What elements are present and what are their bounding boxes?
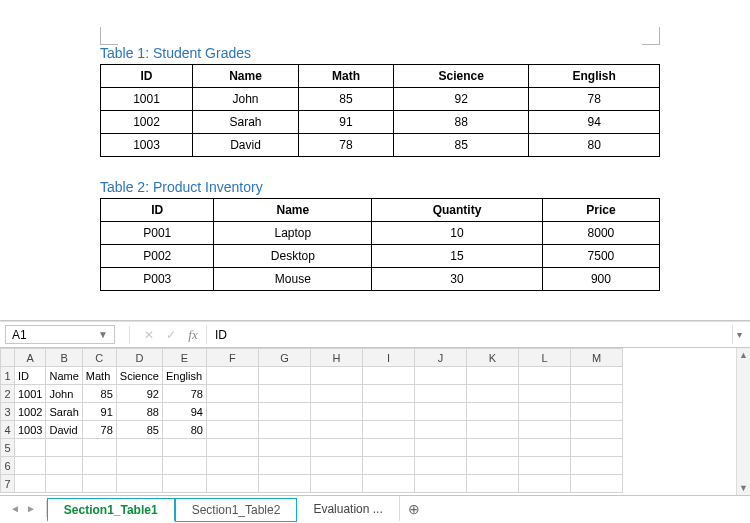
cell[interactable] xyxy=(206,385,258,403)
cell[interactable] xyxy=(258,457,310,475)
chevron-down-icon[interactable]: ▼ xyxy=(98,329,108,340)
cell[interactable]: 1001 xyxy=(15,385,46,403)
cell[interactable] xyxy=(362,367,414,385)
cell[interactable] xyxy=(258,403,310,421)
cell[interactable] xyxy=(310,367,362,385)
col-header[interactable]: F xyxy=(206,349,258,367)
cell[interactable]: Name xyxy=(46,367,82,385)
cell[interactable] xyxy=(258,475,310,493)
cell[interactable] xyxy=(15,457,46,475)
select-all-corner[interactable] xyxy=(1,349,15,367)
cell[interactable] xyxy=(116,475,162,493)
cell[interactable]: 78 xyxy=(162,385,206,403)
cell[interactable] xyxy=(570,439,622,457)
cell[interactable]: 85 xyxy=(82,385,116,403)
col-header[interactable]: C xyxy=(82,349,116,367)
cell[interactable]: 91 xyxy=(82,403,116,421)
cell[interactable] xyxy=(466,385,518,403)
cell[interactable] xyxy=(362,475,414,493)
sheet-tab-evaluation[interactable]: Evaluation ... xyxy=(297,496,399,521)
cell[interactable]: English xyxy=(162,367,206,385)
tab-prev-icon[interactable]: ◄ xyxy=(10,503,20,514)
cell[interactable]: ID xyxy=(15,367,46,385)
cell[interactable] xyxy=(206,439,258,457)
cell[interactable] xyxy=(206,457,258,475)
cell[interactable] xyxy=(206,421,258,439)
cell[interactable] xyxy=(206,403,258,421)
row-header[interactable]: 4 xyxy=(1,421,15,439)
row-header[interactable]: 2 xyxy=(1,385,15,403)
cell[interactable] xyxy=(518,367,570,385)
cell[interactable] xyxy=(414,421,466,439)
cell[interactable] xyxy=(570,385,622,403)
cell[interactable] xyxy=(362,421,414,439)
col-header[interactable]: A xyxy=(15,349,46,367)
col-header[interactable]: J xyxy=(414,349,466,367)
cell[interactable] xyxy=(82,457,116,475)
cell[interactable] xyxy=(310,421,362,439)
cell[interactable] xyxy=(116,439,162,457)
cell[interactable] xyxy=(570,475,622,493)
cell[interactable]: 1003 xyxy=(15,421,46,439)
cell[interactable] xyxy=(310,475,362,493)
col-header[interactable]: G xyxy=(258,349,310,367)
cell[interactable] xyxy=(570,367,622,385)
scroll-up-icon[interactable]: ▲ xyxy=(737,348,750,362)
cell[interactable] xyxy=(518,439,570,457)
row-header[interactable]: 6 xyxy=(1,457,15,475)
confirm-icon[interactable]: ✓ xyxy=(164,328,178,342)
cell[interactable] xyxy=(46,439,82,457)
cell[interactable] xyxy=(362,385,414,403)
cell[interactable] xyxy=(466,403,518,421)
cell[interactable] xyxy=(518,457,570,475)
cell[interactable] xyxy=(258,439,310,457)
cell[interactable] xyxy=(570,403,622,421)
cell[interactable] xyxy=(414,403,466,421)
cell[interactable] xyxy=(466,439,518,457)
cell[interactable] xyxy=(82,475,116,493)
cell[interactable] xyxy=(162,475,206,493)
spreadsheet-grid[interactable]: A B C D E F G H I J K L M 1 ID Name Math… xyxy=(0,348,623,493)
cell[interactable] xyxy=(414,475,466,493)
formula-input[interactable]: ID xyxy=(206,325,732,344)
cell[interactable] xyxy=(414,385,466,403)
cell[interactable] xyxy=(15,439,46,457)
col-header[interactable]: H xyxy=(310,349,362,367)
cell[interactable]: 92 xyxy=(116,385,162,403)
cell[interactable] xyxy=(362,403,414,421)
cell[interactable]: 85 xyxy=(116,421,162,439)
vertical-scrollbar[interactable]: ▲ ▼ xyxy=(736,348,750,495)
fx-icon[interactable]: fx xyxy=(186,327,200,343)
cell[interactable] xyxy=(466,367,518,385)
cell[interactable]: 1002 xyxy=(15,403,46,421)
scroll-down-icon[interactable]: ▼ xyxy=(737,481,750,495)
cell[interactable] xyxy=(466,457,518,475)
cell[interactable] xyxy=(310,403,362,421)
cell[interactable] xyxy=(466,421,518,439)
col-header[interactable]: E xyxy=(162,349,206,367)
cell[interactable]: 80 xyxy=(162,421,206,439)
col-header[interactable]: D xyxy=(116,349,162,367)
cell[interactable] xyxy=(258,421,310,439)
cell[interactable] xyxy=(206,367,258,385)
cell[interactable]: John xyxy=(46,385,82,403)
row-header[interactable]: 5 xyxy=(1,439,15,457)
cancel-icon[interactable]: ✕ xyxy=(142,328,156,342)
sheet-tab-section1-table1[interactable]: Section1_Table1 xyxy=(47,498,175,522)
col-header[interactable]: L xyxy=(518,349,570,367)
cell[interactable] xyxy=(570,421,622,439)
cell[interactable] xyxy=(518,385,570,403)
cell[interactable] xyxy=(466,475,518,493)
cell[interactable] xyxy=(116,457,162,475)
cell[interactable]: 78 xyxy=(82,421,116,439)
col-header[interactable]: M xyxy=(570,349,622,367)
cell[interactable] xyxy=(46,457,82,475)
cell[interactable] xyxy=(258,367,310,385)
name-box[interactable]: A1 ▼ xyxy=(5,325,115,344)
cell[interactable] xyxy=(15,475,46,493)
cell[interactable] xyxy=(310,385,362,403)
row-header[interactable]: 3 xyxy=(1,403,15,421)
cell[interactable] xyxy=(414,457,466,475)
cell[interactable]: David xyxy=(46,421,82,439)
col-header[interactable]: B xyxy=(46,349,82,367)
